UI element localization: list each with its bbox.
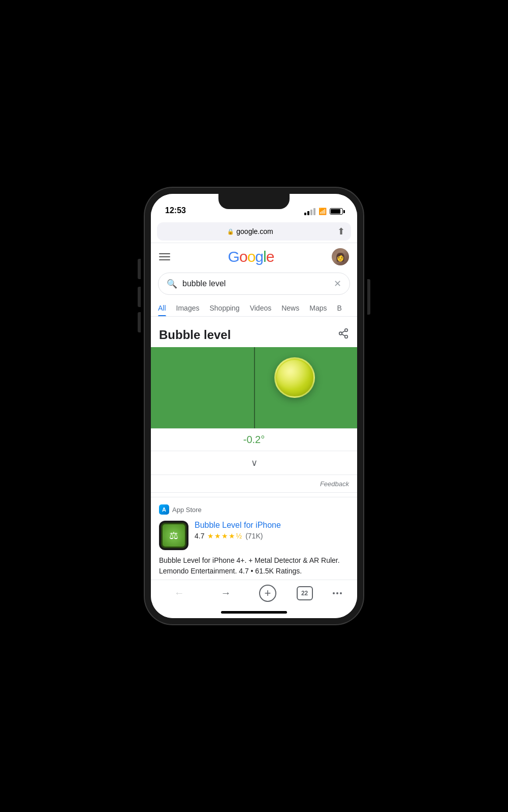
signal-icon bbox=[304, 208, 315, 215]
plus-icon: + bbox=[265, 587, 271, 600]
share-button[interactable]: ⬆ bbox=[337, 226, 345, 237]
app-store-label: App Store bbox=[172, 506, 202, 514]
app-details: Bubble Level for iPhone 4.7 ★★★★½ (71K) bbox=[195, 521, 349, 550]
menu-button[interactable] bbox=[159, 253, 170, 260]
status-time: 12:53 bbox=[165, 206, 186, 215]
url-bar[interactable]: 🔒 google.com bbox=[163, 227, 337, 235]
widget-title: Bubble level bbox=[159, 328, 231, 342]
wifi-icon: 📶 bbox=[319, 208, 327, 215]
tab-images[interactable]: Images bbox=[176, 300, 200, 316]
back-icon: ← bbox=[174, 587, 184, 599]
degree-value: -0.2° bbox=[243, 434, 265, 445]
search-tabs: All Images Shopping Videos News Maps B bbox=[151, 300, 357, 317]
feedback-button[interactable]: Feedback bbox=[320, 480, 349, 488]
scroll-content: Bubble level -0.2° bbox=[151, 317, 357, 580]
tab-news[interactable]: News bbox=[281, 300, 299, 316]
back-button[interactable]: ← bbox=[166, 583, 193, 603]
app-name[interactable]: Bubble Level for iPhone bbox=[195, 521, 349, 530]
search-bar[interactable]: 🔍 bubble level ✕ bbox=[158, 273, 350, 295]
avatar[interactable]: 👩 bbox=[332, 248, 349, 265]
google-logo: Google bbox=[228, 248, 274, 265]
bottom-nav: ← → + 22 bbox=[151, 580, 357, 606]
app-rating-row: 4.7 ★★★★½ (71K) bbox=[195, 532, 349, 540]
status-bar: 12:53 📶 bbox=[151, 194, 357, 219]
tab-all[interactable]: All bbox=[158, 300, 166, 316]
expand-widget-button[interactable]: ∨ bbox=[151, 451, 357, 475]
tab-videos[interactable]: Videos bbox=[250, 300, 272, 316]
browser-area: 🔒 google.com ⬆ bbox=[151, 219, 357, 243]
more-dot-2 bbox=[336, 592, 338, 594]
more-button[interactable] bbox=[333, 592, 342, 594]
tab-more[interactable]: B bbox=[337, 300, 341, 316]
content-area: Google 👩 🔍 bubble level ✕ All Images Sho… bbox=[151, 243, 357, 618]
level-center-line bbox=[254, 347, 255, 428]
app-description: Bubble Level for iPhone 4+. + Metal Dete… bbox=[159, 555, 349, 577]
phone-frame: 12:53 📶 🔒 google.com ⬆ bbox=[145, 188, 363, 624]
rating-number: 4.7 bbox=[195, 532, 204, 540]
stars-icon: ★★★★½ bbox=[207, 532, 242, 540]
app-store-badge: A App Store bbox=[159, 504, 349, 515]
app-store-icon: A bbox=[159, 504, 169, 515]
forward-button[interactable]: → bbox=[212, 583, 239, 603]
bubble-level-widget: Bubble level -0.2° bbox=[151, 321, 357, 493]
status-icons: 📶 bbox=[304, 208, 343, 215]
svg-line-3 bbox=[342, 334, 345, 336]
bubble-level-display[interactable] bbox=[151, 347, 357, 428]
svg-line-4 bbox=[342, 331, 345, 333]
app-store-card: A App Store ⚖ Bubble Level for iPhone 4.… bbox=[151, 497, 357, 580]
clear-search-button[interactable]: ✕ bbox=[334, 278, 341, 289]
tab-maps[interactable]: Maps bbox=[309, 300, 327, 316]
google-header: Google 👩 bbox=[151, 243, 357, 270]
browser-bar[interactable]: 🔒 google.com ⬆ bbox=[157, 222, 351, 241]
tabs-count-button[interactable]: 22 bbox=[297, 586, 313, 600]
bubble-glow bbox=[277, 360, 312, 395]
search-icon: 🔍 bbox=[167, 279, 177, 289]
tab-shopping[interactable]: Shopping bbox=[209, 300, 239, 316]
phone-screen: 12:53 📶 🔒 google.com ⬆ bbox=[151, 194, 357, 618]
feedback-row: Feedback bbox=[151, 475, 357, 493]
review-count: (71K) bbox=[245, 532, 263, 540]
widget-header: Bubble level bbox=[151, 321, 357, 347]
notch bbox=[218, 194, 290, 209]
forward-icon: → bbox=[220, 587, 231, 599]
battery-icon bbox=[330, 208, 343, 215]
more-dot-3 bbox=[340, 592, 342, 594]
url-text: google.com bbox=[236, 227, 273, 235]
new-tab-button[interactable]: + bbox=[259, 585, 276, 602]
more-dot-1 bbox=[333, 592, 335, 594]
search-query: bubble level bbox=[182, 279, 329, 288]
widget-share-button[interactable] bbox=[338, 328, 349, 342]
app-info-row: ⚖ Bubble Level for iPhone 4.7 ★★★★½ (71K… bbox=[159, 521, 349, 550]
degree-display: -0.2° bbox=[151, 428, 357, 451]
lock-icon: 🔒 bbox=[227, 228, 234, 235]
logo-text: Google bbox=[228, 248, 274, 265]
home-bar bbox=[221, 611, 287, 614]
home-indicator bbox=[151, 606, 357, 618]
tabs-count-label: 22 bbox=[301, 590, 308, 597]
chevron-down-icon: ∨ bbox=[251, 458, 258, 468]
app-icon: ⚖ bbox=[159, 521, 188, 550]
